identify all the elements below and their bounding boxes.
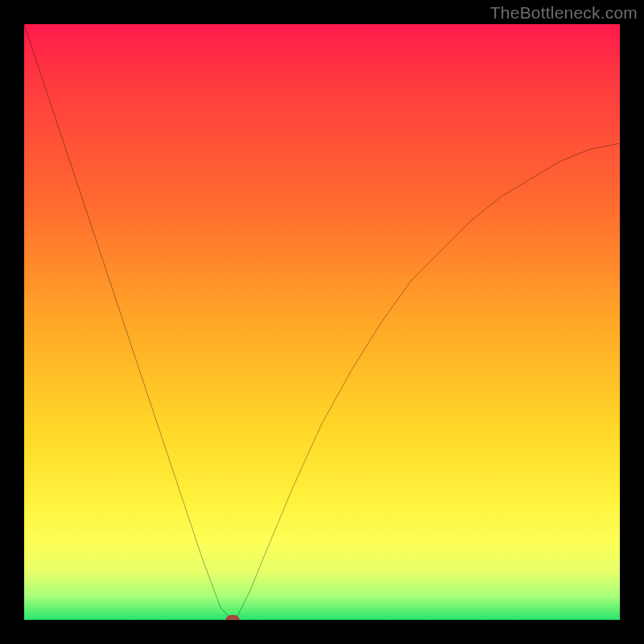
watermark-text: TheBottleneck.com	[490, 3, 638, 23]
chart-frame: TheBottleneck.com	[0, 0, 644, 644]
optimum-marker	[227, 617, 237, 620]
plot-area	[24, 24, 620, 620]
bottleneck-curve	[24, 24, 620, 620]
chart-svg	[24, 24, 620, 620]
